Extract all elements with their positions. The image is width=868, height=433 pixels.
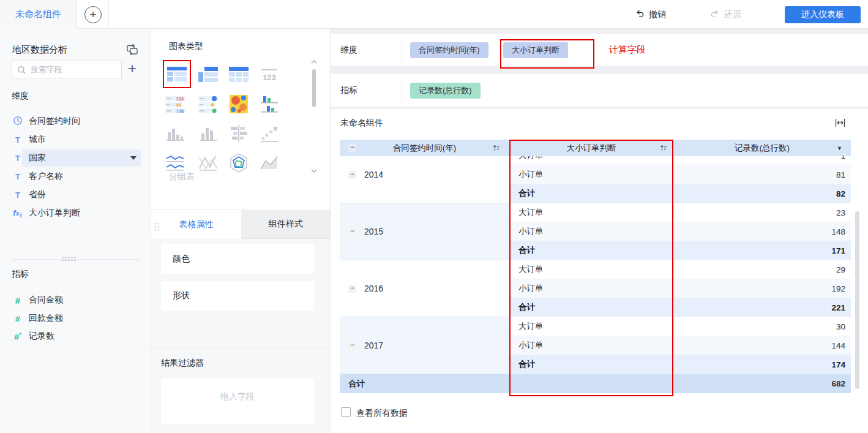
- chart-type-bullet-icon[interactable]: [196, 92, 220, 116]
- chart-type-map-icon[interactable]: [226, 92, 251, 116]
- year-group-cell: − 2016: [340, 260, 509, 317]
- search-field-box: [12, 61, 122, 78]
- component-tab[interactable]: 未命名组件: [0, 0, 77, 29]
- chart-type-detail-table-icon[interactable]: [226, 62, 251, 87]
- text-field-icon: T: [12, 190, 23, 200]
- chart-type-scatter-icon[interactable]: [257, 121, 282, 146]
- sidebar-item-province[interactable]: T 省份: [0, 186, 151, 204]
- header-record-count[interactable]: 记录数(总行数) ▼: [673, 140, 851, 156]
- grand-total-row: 合计 682: [340, 374, 851, 393]
- component-preview: 未命名组件 − 合同签约时间(年) 大小订单判断 记录数(总行数) ▼: [331, 109, 868, 433]
- svg-text:123: 123: [263, 73, 276, 82]
- sidebar-resize-handle[interactable]: [61, 256, 77, 262]
- undo-icon: [635, 9, 645, 20]
- selected-chart-name: 分组表: [169, 171, 195, 183]
- chart-type-grouped-table-icon[interactable]: [163, 60, 191, 88]
- collapse-group-icon[interactable]: −: [348, 342, 356, 350]
- switch-dataset-icon[interactable]: [126, 43, 138, 58]
- redo-label: 还原: [724, 9, 741, 20]
- sidebar-item-record-count[interactable]: #* 记录数: [0, 327, 151, 345]
- chart-type-bidirectional-bar-icon[interactable]: [226, 121, 251, 146]
- table-properties-area: 颜色 形状: [151, 239, 331, 348]
- search-icon: [17, 66, 26, 75]
- chart-type-kpi-card-icon[interactable]: 123: [257, 62, 282, 87]
- shape-property-card[interactable]: 形状: [161, 281, 314, 311]
- search-input[interactable]: [12, 61, 121, 78]
- chart-type-title: 图表类型: [169, 41, 203, 52]
- dimensions-section-label: 维度: [12, 91, 29, 102]
- sidebar-item-contract-amount[interactable]: # 合同金额: [0, 291, 151, 309]
- measure-row-label: 指标: [340, 74, 357, 107]
- dimension-pill-order-size[interactable]: 大小订单判断: [503, 42, 568, 58]
- field-menu-caret-icon[interactable]: [130, 156, 137, 160]
- collapse-group-icon[interactable]: −: [348, 228, 356, 236]
- fit-width-icon[interactable]: [835, 118, 845, 129]
- number-field-icon: #: [12, 314, 23, 324]
- header-order-size[interactable]: 大小订单判断: [509, 140, 673, 156]
- chart-type-bar-icon[interactable]: [163, 121, 187, 146]
- text-field-icon: T: [12, 154, 23, 163]
- redo-icon: [710, 9, 720, 20]
- sidebar-item-order-size-judge[interactable]: fxT 大小订单判断: [0, 204, 151, 222]
- chart-type-panel: 图表类型 123 12390778: [151, 29, 331, 433]
- measure-config-row: 指标 记录数(总行数): [331, 74, 868, 107]
- measure-pill-record-count[interactable]: 记录数(总行数): [410, 83, 481, 99]
- svg-text:778: 778: [176, 108, 184, 114]
- tab-table-properties[interactable]: 表格属性: [151, 210, 241, 239]
- table-scrollbar-thumb[interactable]: [855, 211, 859, 389]
- chart-type-column-icon[interactable]: [196, 121, 220, 146]
- grouped-table: − 合同签约时间(年) 大小订单判断 记录数(总行数) ▼ 大订单1: [340, 140, 851, 395]
- text-field-icon: T: [12, 172, 23, 181]
- sort-icon[interactable]: [660, 144, 668, 154]
- add-field-icon[interactable]: +: [128, 60, 137, 77]
- collapse-group-icon[interactable]: −: [348, 171, 356, 179]
- result-filter-title: 结果过滤器: [161, 358, 204, 369]
- show-all-data-label: 查看所有数据: [356, 408, 408, 419]
- undo-button[interactable]: 撤销: [635, 0, 666, 29]
- sidebar-item-city[interactable]: T 城市: [0, 130, 151, 149]
- chart-type-quota-card-icon[interactable]: 12390778: [163, 92, 187, 116]
- chart-type-crossing-line-icon[interactable]: [196, 151, 220, 175]
- sidebar-item-contract-sign-time[interactable]: 合同签约时间: [0, 112, 151, 130]
- redo-button[interactable]: 还原: [710, 0, 741, 29]
- sort-icon[interactable]: [493, 144, 501, 154]
- dataset-title: 地区数据分析: [12, 44, 67, 56]
- chart-type-area-icon[interactable]: [257, 151, 282, 175]
- text-field-icon: T: [12, 135, 23, 145]
- chart-type-scrollbar-thumb[interactable]: [312, 69, 316, 107]
- year-group-cell: − 2015: [340, 203, 509, 260]
- sidebar-item-country[interactable]: T 国家: [0, 149, 151, 167]
- clock-icon: [12, 116, 23, 127]
- collapse-all-icon[interactable]: −: [348, 144, 356, 152]
- dimension-config-row: 维度 合同签约时间(年) 大小订单判断 计算字段: [331, 34, 868, 66]
- sidebar-item-payment-amount[interactable]: # 回款金额: [0, 309, 151, 328]
- header-contract-year[interactable]: − 合同签约时间(年): [340, 140, 509, 156]
- row-divider: [401, 78, 402, 102]
- add-component-icon[interactable]: +: [84, 6, 102, 23]
- undo-label: 撤销: [649, 9, 666, 20]
- svg-text:123: 123: [176, 96, 184, 102]
- year-group-cell: − 2014: [340, 156, 509, 203]
- chart-type-cross-table-icon[interactable]: [196, 62, 220, 87]
- dimension-pill-contract-year[interactable]: 合同签约时间(年): [410, 42, 488, 58]
- dimension-row-label: 维度: [340, 34, 357, 66]
- filter-caret-icon[interactable]: ▼: [837, 145, 842, 151]
- properties-tabs: 表格属性 组件样式: [151, 209, 331, 239]
- row-divider: [401, 38, 402, 62]
- tab-component-style[interactable]: 组件样式: [241, 210, 331, 239]
- result-filter-section: 结果过滤器 拖入字段: [151, 348, 331, 433]
- show-all-data-checkbox[interactable]: [341, 407, 351, 417]
- topbar: 未命名组件 + 撤销 还原 进入仪表板: [0, 0, 868, 29]
- filter-dropzone[interactable]: 拖入字段: [161, 378, 314, 424]
- chart-type-multi-series-bar-icon[interactable]: [257, 92, 282, 116]
- formula-icon: fxT: [12, 208, 23, 219]
- sidebar-item-customer-name[interactable]: T 客户名称: [0, 167, 151, 186]
- color-property-card[interactable]: 颜色: [161, 244, 314, 274]
- measures-section-label: 指标: [12, 269, 29, 280]
- field-sidebar: 地区数据分析 + 维度 合同签约时间 T 城市 T 国家 T 客户名称: [0, 29, 151, 433]
- enter-dashboard-button[interactable]: 进入仪表板: [785, 6, 861, 23]
- collapse-group-icon[interactable]: −: [348, 285, 356, 293]
- component-title: 未命名组件: [340, 118, 383, 129]
- panel-drag-handle[interactable]: [154, 222, 159, 232]
- chart-type-radar-icon[interactable]: [226, 151, 251, 175]
